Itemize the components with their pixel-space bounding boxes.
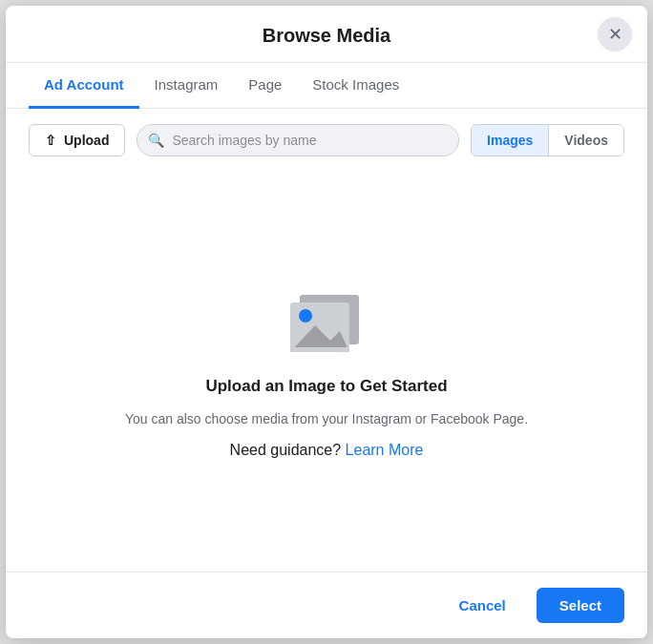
svg-rect-4 [290, 347, 349, 352]
search-container: 🔍 [137, 124, 459, 156]
tabs-container: Ad Account Instagram Page Stock Images [6, 63, 647, 109]
search-input[interactable] [137, 124, 459, 156]
close-icon: ✕ [608, 24, 622, 45]
modal-main-content: Upload an Image to Get Started You can a… [6, 172, 647, 571]
upload-icon: ⇧ [45, 133, 56, 148]
filter-videos-button[interactable]: Videos [549, 125, 623, 156]
guidance-text: Need guidance? [230, 442, 342, 458]
select-button[interactable]: Select [537, 588, 624, 623]
filter-images-button[interactable]: Images [472, 125, 549, 156]
filter-group: Images Videos [471, 124, 624, 156]
tab-instagram[interactable]: Instagram [139, 63, 234, 109]
tab-page[interactable]: Page [233, 63, 297, 109]
cancel-button[interactable]: Cancel [440, 588, 525, 623]
svg-point-2 [299, 309, 312, 322]
modal-header: Browse Media ✕ [6, 6, 647, 63]
empty-state-icon [281, 285, 372, 362]
guidance-row: Need guidance? Learn More [230, 442, 424, 459]
learn-more-link[interactable]: Learn More [346, 442, 424, 458]
close-button[interactable]: ✕ [598, 17, 632, 52]
modal-footer: Cancel Select [6, 571, 647, 638]
upload-label: Upload [64, 133, 109, 148]
toolbar: ⇧ Upload 🔍 Images Videos [6, 109, 647, 172]
tab-stock-images[interactable]: Stock Images [297, 63, 414, 109]
tab-ad-account[interactable]: Ad Account [29, 63, 139, 109]
modal-title: Browse Media [263, 25, 390, 47]
empty-state-description: You can also choose media from your Inst… [125, 411, 528, 426]
modal-overlay: Browse Media ✕ Ad Account Instagram Page… [0, 0, 653, 644]
empty-state-title: Upload an Image to Get Started [205, 377, 447, 396]
search-icon: 🔍 [148, 133, 164, 148]
browse-media-modal: Browse Media ✕ Ad Account Instagram Page… [6, 6, 647, 638]
upload-button[interactable]: ⇧ Upload [29, 124, 125, 156]
